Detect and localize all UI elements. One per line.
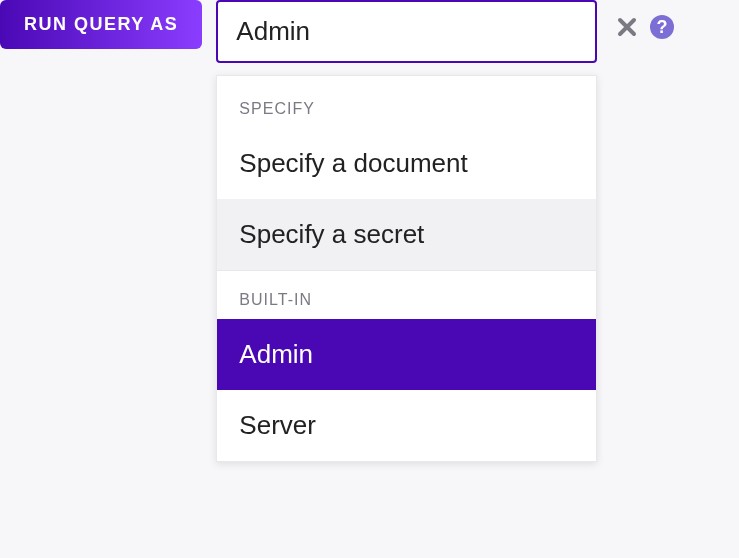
run-query-as-input[interactable] bbox=[216, 0, 597, 63]
dropdown-section-specify-header: SPECIFY bbox=[217, 76, 596, 128]
help-icon[interactable]: ? bbox=[649, 14, 675, 40]
dropdown-section-builtin-header: BUILT-IN bbox=[217, 271, 596, 319]
dropdown-option-specify-document[interactable]: Specify a document bbox=[217, 128, 596, 199]
run-query-as-dropdown: SPECIFY Specify a document Specify a sec… bbox=[216, 75, 597, 462]
run-query-as-badge[interactable]: RUN QUERY AS bbox=[0, 0, 202, 49]
dropdown-option-admin[interactable]: Admin bbox=[217, 319, 596, 390]
svg-text:?: ? bbox=[657, 17, 668, 37]
close-icon[interactable] bbox=[615, 15, 639, 39]
dropdown-option-server[interactable]: Server bbox=[217, 390, 596, 461]
dropdown-option-specify-secret[interactable]: Specify a secret bbox=[217, 199, 596, 270]
